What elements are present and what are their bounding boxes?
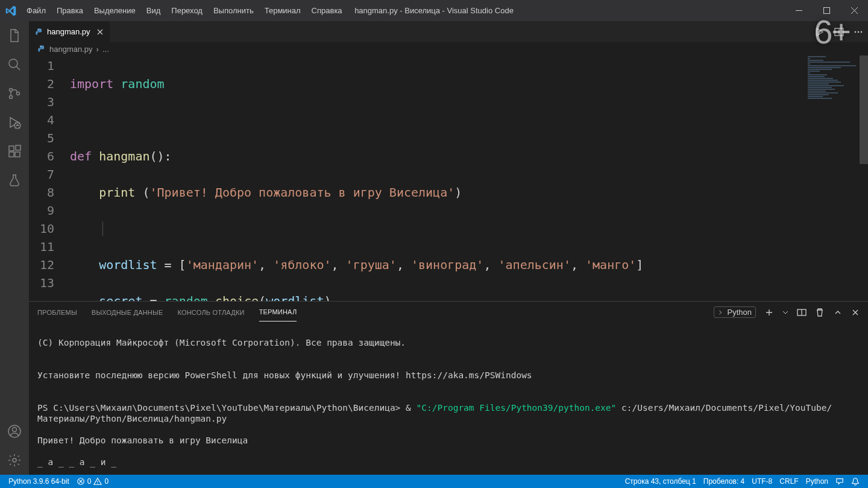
activity-bar	[0, 21, 29, 475]
svg-point-16	[858, 31, 860, 33]
status-feedback-icon[interactable]	[832, 477, 848, 486]
line-gutter: 1 2 3 4 5 6 7 8 9 10 11 12 13	[29, 55, 70, 301]
breadcrumb-file: hangman.py	[49, 45, 93, 54]
split-terminal-icon[interactable]	[797, 308, 807, 317]
menu-help[interactable]: Справка	[306, 0, 348, 21]
svg-point-18	[40, 46, 41, 46]
testing-icon[interactable]	[0, 166, 29, 195]
breadcrumb-more: ...	[102, 45, 109, 54]
terminal-type-selector[interactable]: Python	[714, 306, 756, 318]
explorer-icon[interactable]	[0, 21, 29, 50]
tab-hangman[interactable]: hangman.py	[29, 21, 110, 42]
tab-label: hangman.py	[47, 27, 90, 36]
more-actions-icon[interactable]	[854, 27, 863, 37]
svg-point-12	[13, 458, 16, 462]
svg-rect-6	[9, 146, 14, 151]
scrollbar-thumb[interactable]	[860, 55, 868, 164]
bottom-panel: ПРОБЛЕМЫ ВЫХОДНЫЕ ДАННЫЕ КОНСОЛЬ ОТЛАДКИ…	[29, 301, 868, 475]
panel-tab-output[interactable]: ВЫХОДНЫЕ ДАННЫЕ	[92, 303, 163, 322]
menu-edit[interactable]: Правка	[51, 0, 89, 21]
maximize-panel-icon[interactable]	[833, 308, 843, 317]
python-file-icon	[35, 28, 43, 36]
search-icon[interactable]	[0, 50, 29, 79]
extensions-icon[interactable]	[0, 137, 29, 166]
svg-point-11	[13, 428, 17, 432]
svg-point-13	[38, 29, 39, 30]
age-rating-watermark: 6+	[814, 12, 850, 51]
vscode-logo-icon	[0, 0, 21, 21]
panel-tab-debug-console[interactable]: КОНСОЛЬ ОТЛАДКИ	[177, 303, 244, 322]
menu-terminal[interactable]: Терминал	[259, 0, 306, 21]
menu-run[interactable]: Выполнить	[208, 0, 259, 21]
status-bar: Python 3.9.6 64-bit 0 0 Строка 43, столб…	[0, 475, 868, 488]
status-python-env[interactable]: Python 3.9.6 64-bit	[5, 477, 73, 486]
editor[interactable]: 1 2 3 4 5 6 7 8 9 10 11 12 13 import ran…	[29, 55, 868, 301]
menu-view[interactable]: Вид	[141, 0, 166, 21]
svg-point-3	[10, 96, 13, 99]
accounts-icon[interactable]	[0, 417, 29, 446]
svg-point-17	[861, 31, 863, 33]
menu-go[interactable]: Переход	[166, 0, 208, 21]
window-title: hangman.py - Виселица - Visual Studio Co…	[354, 6, 514, 15]
new-terminal-icon[interactable]	[764, 308, 774, 317]
close-panel-icon[interactable]	[851, 308, 860, 317]
status-language[interactable]: Python	[802, 477, 832, 486]
status-cursor-position[interactable]: Строка 43, столбец 1	[621, 477, 700, 486]
status-eol[interactable]: CRLF	[776, 477, 802, 486]
editor-scrollbar[interactable]	[860, 55, 868, 301]
source-control-icon[interactable]	[0, 79, 29, 108]
python-file-icon	[37, 45, 46, 53]
svg-point-1	[9, 59, 17, 68]
chevron-right-icon: ›	[96, 45, 99, 54]
chevron-down-icon[interactable]	[782, 309, 788, 315]
minimap[interactable]	[805, 55, 860, 301]
terminal-content[interactable]: (C) Корпорация Майкрософт (Microsoft Cor…	[29, 323, 868, 475]
tab-close-icon[interactable]	[96, 28, 104, 36]
panel-actions: Python	[714, 306, 860, 318]
editor-tabs: hangman.py	[29, 21, 868, 42]
svg-point-2	[10, 89, 13, 92]
panel-tabs: ПРОБЛЕМЫ ВЫХОДНЫЕ ДАННЫЕ КОНСОЛЬ ОТЛАДКИ…	[29, 302, 868, 323]
status-notifications-icon[interactable]	[848, 477, 863, 486]
title-bar: Файл Правка Выделение Вид Переход Выполн…	[0, 0, 868, 21]
menu-bar: Файл Правка Выделение Вид Переход Выполн…	[21, 0, 348, 21]
svg-rect-8	[15, 152, 20, 157]
minimize-button[interactable]	[785, 0, 813, 21]
panel-tab-terminal[interactable]: ТЕРМИНАЛ	[259, 303, 297, 322]
kill-terminal-icon[interactable]	[815, 308, 825, 317]
svg-rect-7	[9, 152, 14, 157]
menu-selection[interactable]: Выделение	[89, 0, 141, 21]
settings-gear-icon[interactable]	[0, 446, 29, 475]
run-debug-icon[interactable]	[0, 108, 29, 137]
breadcrumb[interactable]: hangman.py › ...	[29, 42, 868, 55]
menu-file[interactable]: Файл	[21, 0, 51, 21]
svg-point-4	[17, 92, 20, 95]
svg-point-15	[855, 31, 857, 33]
status-encoding[interactable]: UTF-8	[748, 477, 776, 486]
panel-tab-problems[interactable]: ПРОБЛЕМЫ	[37, 303, 77, 322]
status-indentation[interactable]: Пробелов: 4	[700, 477, 749, 486]
code-content[interactable]: import random def hangman(): print ('При…	[70, 55, 868, 301]
svg-rect-9	[16, 145, 20, 150]
status-problems[interactable]: 0 0	[73, 477, 112, 486]
